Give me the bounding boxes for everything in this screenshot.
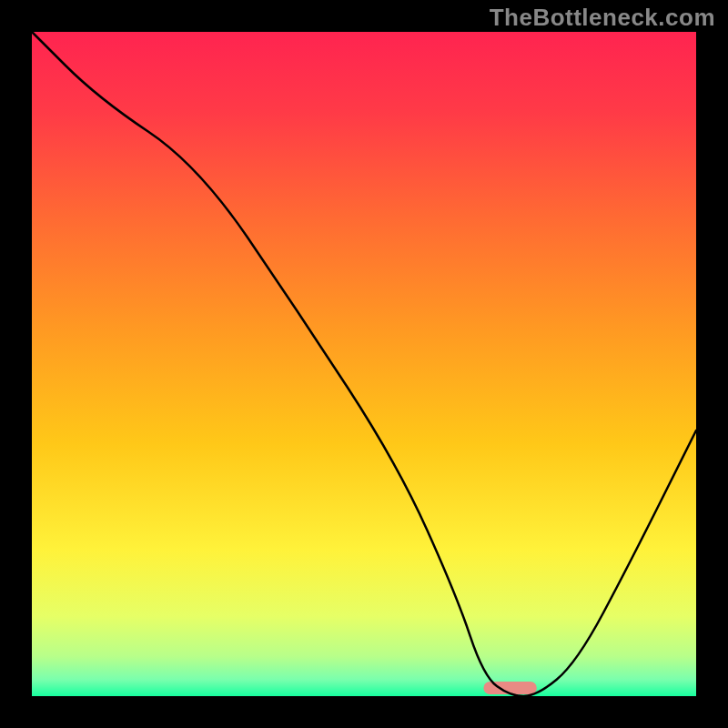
optimal-range-marker [483,682,536,694]
plot-background [32,32,696,696]
chart-frame: TheBottleneck.com [0,0,728,728]
bottleneck-chart [0,0,728,728]
watermark-text: TheBottleneck.com [490,4,715,32]
